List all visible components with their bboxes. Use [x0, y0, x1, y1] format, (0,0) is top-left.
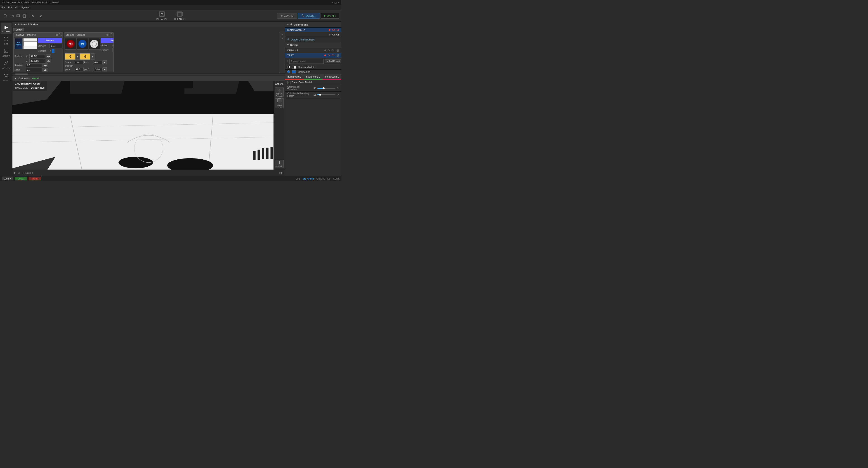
- mask-edit-btn[interactable]: Mask Edit: [275, 98, 284, 108]
- default-keyer-delete[interactable]: 🗑: [336, 49, 339, 52]
- design-icon: [4, 61, 8, 66]
- preview-btn-2[interactable]: Preview: [101, 38, 114, 43]
- rot-arrow-1[interactable]: ◀▶: [42, 63, 48, 67]
- blending-thumb[interactable]: [319, 94, 321, 96]
- save-button[interactable]: [15, 13, 21, 19]
- actions-hscroll-thumb[interactable]: [15, 73, 28, 75]
- blending-slider-icon[interactable]: ⟳: [337, 93, 339, 96]
- posx-input[interactable]: [74, 68, 84, 71]
- preview-btn-1[interactable]: Preview: [38, 38, 62, 43]
- minimize-btn[interactable]: −: [332, 1, 333, 4]
- undo-button[interactable]: [31, 13, 37, 19]
- threshold-track[interactable]: [317, 88, 336, 89]
- menu-viz[interactable]: Viz: [15, 6, 19, 9]
- export-button[interactable]: [21, 13, 28, 19]
- scroll-up-btn[interactable]: ▲: [280, 32, 284, 36]
- mask-color-swatch[interactable]: [292, 70, 296, 73]
- bg1-tab[interactable]: Background 1: [285, 74, 304, 80]
- secondary-on-air-label: On Air: [332, 33, 339, 36]
- preset-info-icon[interactable]: ℹ: [287, 60, 288, 63]
- menu-system[interactable]: System: [21, 6, 30, 9]
- menu-file[interactable]: File: [1, 6, 5, 9]
- show-tab[interactable]: show: [13, 28, 24, 31]
- new-button[interactable]: [2, 13, 8, 19]
- score-left-arrow[interactable]: ▶: [76, 53, 80, 60]
- local-status[interactable]: -Local-: [15, 177, 27, 180]
- env-selector[interactable]: Local ▾: [2, 177, 13, 180]
- blending-track[interactable]: [317, 94, 336, 95]
- secondary-camera-row: On Air: [285, 32, 341, 37]
- keyers-header[interactable]: ▼ Keyers: [285, 42, 341, 48]
- svg-rect-38: [170, 81, 193, 88]
- maximize-btn[interactable]: □: [335, 1, 337, 4]
- arena-status[interactable]: -arena-: [29, 177, 41, 180]
- take-out-btn-2[interactable]: Take Out: [65, 72, 113, 72]
- menu-edit[interactable]: Edit: [8, 6, 12, 9]
- card-icon-copy[interactable]: ⧉: [56, 33, 58, 36]
- ccm-checkbox[interactable]: ✓: [287, 81, 290, 84]
- scale-input-2[interactable]: [74, 61, 84, 64]
- main-layout: ▶ ACTIONS SET SCRIPT DESIGN ARENA: [0, 22, 341, 176]
- sidebar-item-actions[interactable]: ▶ ACTIONS: [1, 23, 11, 34]
- main-camera-on-air: On Air: [329, 29, 339, 31]
- add-preset-btn[interactable]: + Add Preset: [324, 59, 341, 63]
- test-keyer-delete[interactable]: 🗑: [336, 54, 339, 57]
- ndi-info-btn[interactable]: ℹ NDI Info: [275, 160, 284, 168]
- rot-arrow-2[interactable]: ▶: [103, 60, 107, 64]
- score-right-arrow[interactable]: ▶: [91, 53, 94, 60]
- calibrations-header[interactable]: ▼ ⚙ Calibrations: [285, 22, 341, 28]
- threshold-thumb[interactable]: [323, 87, 324, 89]
- pos-z-arrow-1[interactable]: ◀▶: [46, 59, 51, 63]
- main-camera-row[interactable]: MAIN CAMERA On Air: [285, 28, 341, 32]
- window-controls[interactable]: − □ ×: [332, 1, 340, 4]
- sidebar-item-design[interactable]: DESIGN: [1, 59, 11, 71]
- pos-x-input-1[interactable]: [29, 54, 45, 58]
- console-expand-icon[interactable]: ▶: [14, 171, 16, 174]
- log-link[interactable]: Log: [296, 177, 300, 180]
- rot-input-1[interactable]: [26, 63, 42, 67]
- preset-name-input[interactable]: [289, 59, 324, 64]
- object-position-btn[interactable]: ⊹ Object Position: [275, 88, 284, 97]
- redo-button[interactable]: [37, 13, 43, 19]
- graphic-hub-link[interactable]: Graphic Hub: [316, 177, 331, 180]
- opacity-input-1[interactable]: [50, 44, 62, 48]
- pos-row-1: Position X ◀▶: [14, 54, 62, 58]
- pos-z-input-1[interactable]: [29, 59, 45, 63]
- fg1-tab[interactable]: Foreground 1: [322, 74, 341, 80]
- posz-arrow[interactable]: ▶: [103, 67, 107, 71]
- open-button[interactable]: [8, 13, 15, 19]
- calib-collapse-arrow[interactable]: ▼: [14, 77, 17, 80]
- sidebar-item-set[interactable]: SET: [1, 35, 11, 46]
- script-link[interactable]: Script: [333, 177, 340, 180]
- detect-calibration-row[interactable]: ⚙ Detect Calibration [D]: [285, 37, 341, 42]
- actions-hscroll[interactable]: [12, 73, 285, 75]
- bg2-tab[interactable]: Background 2: [304, 74, 322, 80]
- card-icon-expand-2[interactable]: ⛶: [110, 33, 112, 36]
- rot-input-2[interactable]: [94, 61, 103, 64]
- builder-tab[interactable]: 🔨 BUILDER: [298, 13, 320, 19]
- cleanup-tool[interactable]: CLEANUP: [174, 11, 185, 20]
- close-btn[interactable]: ×: [338, 1, 340, 4]
- posz-input[interactable]: [94, 68, 103, 71]
- cleanup-label: CLEANUP: [174, 18, 185, 20]
- scroll-down-btn[interactable]: ▼: [280, 36, 284, 40]
- viz-arena-link[interactable]: Viz Arena: [303, 177, 314, 180]
- scale-arrow-1[interactable]: ◀▶: [42, 68, 48, 72]
- builder-label: BUILDER: [306, 14, 316, 17]
- initialize-tool[interactable]: INITIALIZE: [156, 11, 167, 20]
- pos-x-arrow-1[interactable]: ◀▶: [46, 54, 51, 58]
- opacity-input-2[interactable]: [112, 48, 114, 52]
- actions-collapse-arrow[interactable]: ▼: [14, 23, 17, 26]
- sidebar-item-script[interactable]: SCRIPT: [1, 47, 11, 59]
- on-air-tab[interactable]: ▶ ON-AIR: [321, 13, 339, 19]
- card-icon-expand[interactable]: ⛶: [59, 33, 61, 36]
- card-icon-copy-2[interactable]: ⧉: [106, 33, 108, 36]
- threshold-slider-icon[interactable]: ⟳: [337, 87, 339, 90]
- enabled-toggle-1[interactable]: I: [52, 49, 55, 53]
- pos-label-1: Position: [14, 55, 25, 58]
- scale-input-1[interactable]: [26, 68, 42, 72]
- sidebar-item-arena[interactable]: ARENA: [1, 71, 11, 83]
- config-tab[interactable]: ⚙ CONFIG: [277, 13, 297, 19]
- console-scroll-left[interactable]: ◀: [278, 171, 280, 174]
- console-scroll-right[interactable]: ▶: [281, 171, 283, 174]
